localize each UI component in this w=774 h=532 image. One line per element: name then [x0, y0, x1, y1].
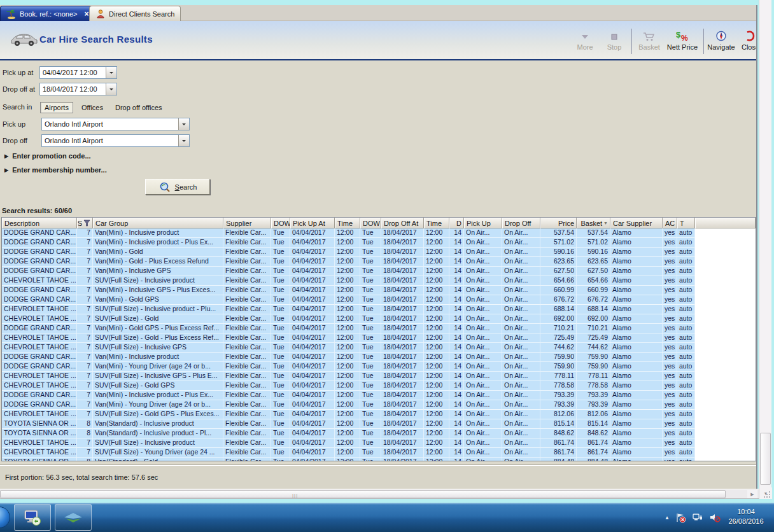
search-in-option-airports[interactable]: Airports — [40, 102, 73, 113]
column-header-s-1[interactable]: S — [77, 218, 93, 228]
network-icon[interactable] — [692, 512, 703, 522]
table-row[interactable]: CHEVROLET TAHOE ...7SUV(Full Size) - Inc… — [2, 276, 756, 286]
table-row[interactable]: DODGE GRAND CAR...7Van(Mini) - Young Dri… — [2, 362, 756, 372]
cell: Alamo — [610, 458, 663, 461]
column-header-basket-14[interactable]: Basket▼ — [577, 218, 610, 228]
toolbar-button-label: More — [577, 43, 593, 51]
table-row[interactable]: CHEVROLET TAHOE ...7SUV(Full Size) - You… — [2, 448, 756, 458]
column-header-drop-off-at-8[interactable]: Drop Off At — [381, 218, 424, 228]
cell: auto — [677, 305, 695, 314]
table-row[interactable]: DODGE GRAND CAR...7Van(Mini) - Gold - Pl… — [2, 257, 756, 267]
cell: Flexible Car... — [223, 400, 271, 410]
table-row[interactable]: CHEVROLET TAHOE ...7SUV(Full Size) - Inc… — [2, 343, 756, 353]
scroll-right-icon[interactable]: ▶ — [747, 490, 757, 498]
column-header-d-10[interactable]: D — [449, 218, 464, 228]
action-center-flag-icon[interactable] — [675, 512, 686, 523]
table-row[interactable]: DODGE GRAND CAR...7Van(Mini) - Inclusive… — [2, 267, 756, 276]
dropoff-at-combobox[interactable]: 18/04/2017 12:00 — [39, 83, 117, 95]
table-row[interactable]: CHEVROLET TAHOE ...7SUV(Full Size) - Gol… — [2, 410, 756, 419]
column-header-dow-7[interactable]: DOW — [360, 218, 381, 228]
table-row[interactable]: CHEVROLET TAHOE ...7SUV(Full Size) - Inc… — [2, 438, 756, 448]
search-in-option-drop-off-offices[interactable]: Drop off offices — [111, 102, 166, 113]
table-row[interactable]: CHEVROLET TAHOE ...7SUV(Full Size) - Inc… — [2, 372, 756, 381]
taskbar-app-remote-desktop[interactable] — [14, 504, 51, 531]
pickup-location-combobox[interactable]: Orlando Intl Airport — [41, 118, 190, 130]
column-header-dow-4[interactable]: DOW — [271, 218, 290, 228]
column-header-car-supplier-15[interactable]: Car Supplier — [610, 218, 663, 228]
navigate-button[interactable]: Navigate — [707, 27, 736, 51]
nett-price-button[interactable]: $%Nett Price — [664, 27, 701, 51]
table-row[interactable]: DODGE GRAND CAR...7Van(Mini) - Young Dri… — [2, 400, 756, 410]
start-button[interactable] — [0, 507, 10, 528]
table-row[interactable]: CHEVROLET TAHOE ...7SUV(Full Size) - Gol… — [2, 381, 756, 391]
column-header-ac-16[interactable]: AC — [663, 218, 677, 228]
cell: DODGE GRAND CAR... — [2, 248, 77, 257]
search-button[interactable]: Search — [145, 179, 210, 195]
cell: CHEVROLET TAHOE ... — [2, 448, 77, 458]
cell: 18/04/2017 — [381, 248, 424, 257]
tab-direct-clients-search[interactable]: Direct Clients Search — [89, 6, 181, 21]
table-row[interactable]: DODGE GRAND CAR...7Van(Mini) - Inclusive… — [2, 391, 756, 400]
column-header-supplier-3[interactable]: Supplier — [223, 218, 271, 228]
column-header-description-0[interactable]: Description — [2, 218, 77, 228]
vertical-scrollbar-thumb[interactable] — [760, 433, 771, 485]
cell: 627.50 — [577, 267, 610, 276]
dropoff-location-combobox[interactable]: Orlando Intl Airport — [41, 134, 190, 147]
table-row[interactable]: CHEVROLET TAHOE ...7SUV(Full Size) - Gol… — [2, 314, 756, 324]
cell: Alamo — [610, 343, 663, 353]
cell: Van(Standard) - Gold — [93, 458, 223, 461]
cell: yes — [663, 429, 677, 438]
table-row[interactable]: DODGE GRAND CAR...7Van(Mini) - GoldFlexi… — [2, 248, 756, 257]
table-row[interactable]: DODGE GRAND CAR...7Van(Mini) - Inclusive… — [2, 353, 756, 362]
column-header-pick-up-11[interactable]: Pick Up — [464, 218, 502, 228]
tab-close-icon[interactable]: × — [85, 10, 89, 18]
table-row[interactable]: DODGE GRAND CAR...7Van(Mini) - Inclusive… — [2, 238, 756, 248]
column-header-car-group-2[interactable]: Car Group — [93, 218, 223, 228]
column-header-price-13[interactable]: Price — [540, 218, 577, 228]
table-row[interactable]: TOYOTA SIENNA OR ...8Van(Standard) - Inc… — [2, 419, 756, 429]
pickup-at-value: 04/04/2017 12:00 — [40, 69, 106, 76]
chevron-down-icon[interactable] — [106, 67, 116, 78]
horizontal-scrollbar[interactable]: ||| ▶ — [0, 489, 759, 499]
cell: 14 — [449, 286, 464, 295]
tray-expand-icon[interactable]: ▲ — [665, 515, 670, 521]
speaker-muted-icon[interactable] — [709, 512, 721, 522]
cell: 861.74 — [577, 448, 610, 458]
membership-number-expander[interactable]: ▶ Enter membership number... — [4, 166, 107, 174]
chevron-down-icon[interactable] — [106, 83, 116, 95]
cell: Tue — [360, 267, 381, 276]
cell: 623.65 — [577, 257, 610, 267]
resize-grip[interactable] — [761, 490, 771, 499]
cell: 676.72 — [577, 295, 610, 305]
table-row[interactable]: CHEVROLET TAHOE ...7SUV(Full Size) - Inc… — [2, 305, 756, 314]
close-button[interactable]: Close — [736, 27, 757, 51]
pickup-at-combobox[interactable]: 04/04/2017 12:00 — [39, 66, 117, 79]
table-row[interactable]: DODGE GRAND CAR...7Van(Mini) - Gold GPSF… — [2, 295, 756, 305]
vertical-scrollbar[interactable]: ▼ — [759, 0, 771, 499]
chevron-down-icon[interactable] — [178, 118, 189, 130]
cell: On Air... — [464, 343, 502, 353]
table-row[interactable]: DODGE GRAND CAR...7Van(Mini) - Inclusive… — [2, 286, 756, 295]
column-header-drop-off-12[interactable]: Drop Off — [502, 218, 540, 228]
table-row[interactable]: CHEVROLET TAHOE ...7SUV(Full Size) - Gol… — [2, 333, 756, 343]
column-header-time-9[interactable]: Time — [424, 218, 449, 228]
cell-filler — [695, 286, 756, 295]
chevron-down-icon[interactable] — [178, 135, 189, 146]
cell: 12:00 — [424, 276, 449, 286]
table-row[interactable]: DODGE GRAND CAR...7Van(Mini) - Gold GPS … — [2, 324, 756, 333]
column-header-pick-up-at-5[interactable]: Pick Up At — [290, 218, 335, 228]
taskbar-clock[interactable]: 10:04 26/08/2016 — [722, 507, 770, 526]
table-row[interactable]: TOYOTA SIENNA OR ...8Van(Standard) - Gol… — [2, 458, 756, 461]
column-header-time-6[interactable]: Time — [335, 218, 360, 228]
column-header-t-17[interactable]: T — [677, 218, 695, 228]
search-in-option-offices[interactable]: Offices — [78, 102, 107, 113]
promotion-code-expander[interactable]: ▶ Enter promotion code... — [4, 152, 91, 160]
cell: 04/04/2017 — [290, 295, 335, 305]
cell: On Air... — [464, 438, 502, 448]
horizontal-scrollbar-thumb[interactable]: ||| — [0, 490, 726, 498]
table-row[interactable]: TOYOTA SIENNA OR ...8Van(Standard) - Inc… — [2, 429, 756, 438]
tab-book-ref-none[interactable]: Book. ref.: <none>× — [0, 6, 95, 21]
cell: Flexible Car... — [223, 438, 271, 448]
table-row[interactable]: DODGE GRAND CAR...7Van(Mini) - Inclusive… — [2, 228, 756, 238]
taskbar-app-button[interactable] — [55, 504, 92, 531]
